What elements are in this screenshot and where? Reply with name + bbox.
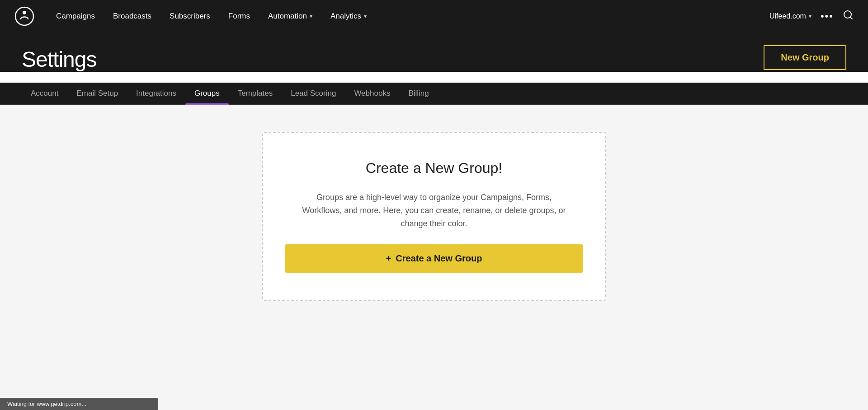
card-title: Create a New Group! xyxy=(366,160,502,177)
create-group-label: Create a New Group xyxy=(396,253,482,264)
search-button[interactable] xyxy=(843,9,854,23)
status-bar: Waiting for www.getdrip.com... xyxy=(0,398,158,410)
settings-header: Settings New Group xyxy=(0,33,868,72)
more-menu-button[interactable]: ••• xyxy=(821,10,834,22)
tab-email-setup[interactable]: Email Setup xyxy=(67,83,127,104)
tab-account[interactable]: Account xyxy=(22,83,67,104)
tab-lead-scoring[interactable]: Lead Scoring xyxy=(282,83,345,104)
domain-selector[interactable]: Uifeed.com ▾ xyxy=(769,12,811,20)
card-description: Groups are a high-level way to organize … xyxy=(298,191,570,230)
nav-analytics[interactable]: Analytics ▾ xyxy=(323,8,374,24)
nav-automation[interactable]: Automation ▾ xyxy=(261,8,320,24)
automation-chevron-icon: ▾ xyxy=(310,13,312,19)
tab-webhooks[interactable]: Webhooks xyxy=(345,83,399,104)
tab-integrations[interactable]: Integrations xyxy=(127,83,185,104)
tab-billing[interactable]: Billing xyxy=(399,83,438,104)
nav-links: Campaigns Broadcasts Subscribers Forms A… xyxy=(49,8,769,24)
svg-point-0 xyxy=(15,7,33,25)
page-title: Settings xyxy=(22,47,846,72)
tab-groups[interactable]: Groups xyxy=(185,83,229,104)
main-content: Create a New Group! Groups are a high-le… xyxy=(0,105,868,410)
nav-subscribers[interactable]: Subscribers xyxy=(162,8,217,24)
create-new-group-button[interactable]: + Create a New Group xyxy=(285,244,583,273)
nav-forms[interactable]: Forms xyxy=(221,8,257,24)
domain-label: Uifeed.com xyxy=(769,12,806,20)
nav-broadcasts[interactable]: Broadcasts xyxy=(106,8,159,24)
plus-icon: + xyxy=(386,253,392,264)
svg-point-1 xyxy=(23,11,26,14)
top-nav: Campaigns Broadcasts Subscribers Forms A… xyxy=(0,0,868,33)
nav-right: Uifeed.com ▾ ••• xyxy=(769,9,854,23)
tab-templates[interactable]: Templates xyxy=(229,83,282,104)
svg-line-3 xyxy=(850,17,852,19)
nav-campaigns[interactable]: Campaigns xyxy=(49,8,102,24)
status-text: Waiting for www.getdrip.com... xyxy=(7,401,86,407)
sub-nav: Account Email Setup Integrations Groups … xyxy=(0,83,868,105)
groups-empty-state-card: Create a New Group! Groups are a high-le… xyxy=(262,132,606,301)
logo[interactable] xyxy=(14,6,34,26)
domain-chevron-icon: ▾ xyxy=(809,13,811,19)
analytics-chevron-icon: ▾ xyxy=(364,13,367,19)
new-group-button[interactable]: New Group xyxy=(764,45,846,70)
